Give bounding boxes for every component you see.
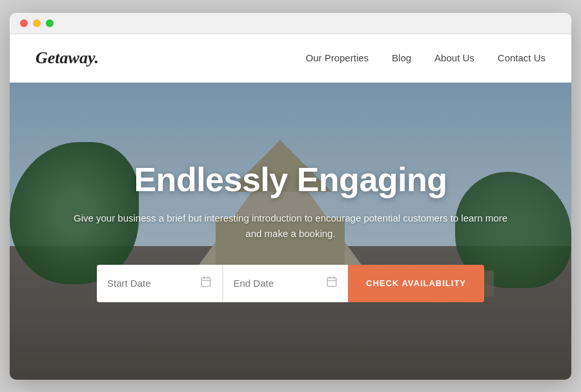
svg-rect-4 xyxy=(327,278,336,287)
nav-about-us[interactable]: About Us xyxy=(434,52,474,63)
browser-dot-minimize xyxy=(33,19,41,27)
end-calendar-icon xyxy=(326,276,338,291)
site-logo: Getaway. xyxy=(36,48,99,68)
svg-rect-0 xyxy=(201,278,210,287)
hero-title: Endlessly Engaging xyxy=(71,160,510,199)
hero-section: Endlessly Engaging Give your business a … xyxy=(10,83,571,380)
browser-dot-close xyxy=(20,19,28,27)
nav-blog[interactable]: Blog xyxy=(392,52,411,63)
start-calendar-icon xyxy=(200,276,212,291)
check-availability-button[interactable]: CHECK AVAILABILITY xyxy=(348,265,484,302)
nav-contact-us[interactable]: Contact Us xyxy=(498,52,545,63)
start-date-wrap xyxy=(97,265,223,302)
site-header: Getaway. Our Properties Blog About Us Co… xyxy=(10,34,571,83)
end-date-wrap xyxy=(223,265,349,302)
browser-chrome xyxy=(10,13,571,34)
start-date-input[interactable] xyxy=(107,278,195,289)
site-nav: Our Properties Blog About Us Contact Us xyxy=(306,52,545,63)
browser-dot-maximize xyxy=(46,19,54,27)
nav-our-properties[interactable]: Our Properties xyxy=(306,52,369,63)
booking-bar: CHECK AVAILABILITY xyxy=(97,265,484,302)
hero-subtitle: Give your business a brief but interesti… xyxy=(71,211,510,242)
hero-content: Endlessly Engaging Give your business a … xyxy=(45,160,536,302)
browser-window: Getaway. Our Properties Blog About Us Co… xyxy=(10,13,571,380)
end-date-input[interactable] xyxy=(234,278,321,289)
